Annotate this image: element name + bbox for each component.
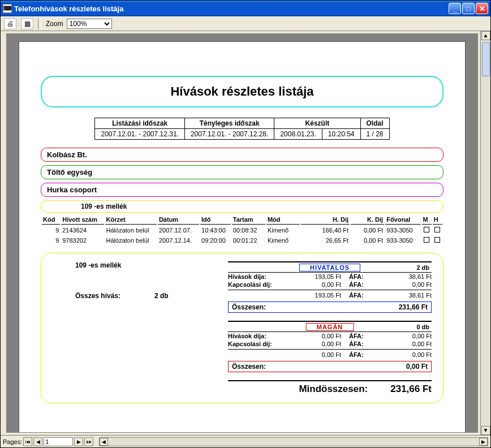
window: ⌨ Telefonhívások részletes listája _ □ ✕… bbox=[0, 0, 491, 448]
info-table: Listázási időszak Tényleges időszak Kész… bbox=[94, 118, 389, 140]
th-hdij: H. Díj bbox=[301, 215, 350, 225]
th-datum: Dátum bbox=[158, 215, 199, 225]
scroll-left-icon[interactable]: ◀ bbox=[100, 438, 108, 446]
mag-vat-label3: ÁFA: bbox=[341, 351, 369, 358]
section-magan: MAGÁN 0 db Hívások díja: 0,00 Ft ÁFA: 0,… bbox=[228, 321, 432, 372]
mag-total-value: 0,00 Ft bbox=[406, 363, 428, 371]
page-input[interactable] bbox=[44, 437, 73, 446]
th-h: H bbox=[433, 215, 442, 225]
th-m: M bbox=[422, 215, 432, 225]
count-magan: 0 db bbox=[416, 324, 432, 330]
val-created-date: 2008.01.23. bbox=[274, 129, 322, 140]
hiv-vat-label1: ÁFA: bbox=[341, 273, 369, 280]
check-h bbox=[434, 227, 440, 232]
vertical-scrollbar[interactable]: ▲ ▼ bbox=[480, 31, 490, 435]
hiv-sum-vat: 38,61 Ft bbox=[369, 292, 432, 299]
col-created: Készült bbox=[274, 118, 360, 129]
hiv-vat-label2: ÁFA: bbox=[341, 281, 369, 288]
grand-value: 231,66 Ft bbox=[390, 384, 432, 395]
th-korzet: Körzet bbox=[105, 215, 157, 225]
minimize-button[interactable]: _ bbox=[449, 3, 461, 14]
th-fovonal: Fővonal bbox=[385, 215, 420, 225]
print-icon[interactable]: 🖨 bbox=[4, 18, 16, 29]
mag-vat-label1: ÁFA: bbox=[341, 333, 369, 339]
toolbar-divider bbox=[38, 18, 41, 29]
call-table: Kód Hívott szám Körzet Dátum Idő Tartam … bbox=[41, 214, 443, 246]
mag-callfee-value: 0,00 Ft bbox=[290, 333, 341, 339]
mag-sum-vat: 0,00 Ft bbox=[369, 351, 432, 358]
mag-connfee-value: 0,00 Ft bbox=[290, 341, 341, 347]
window-title: Telefonhívások részletes listája bbox=[14, 5, 449, 13]
val-listing-period: 2007.12.01. - 2007.12.31. bbox=[95, 129, 184, 140]
scroll-thumb[interactable] bbox=[482, 42, 490, 76]
scroll-up-icon[interactable]: ▲ bbox=[481, 31, 490, 40]
page-canvas: Hívások részletes listája Listázási idős… bbox=[6, 33, 478, 433]
mag-total-label: Összesen: bbox=[232, 363, 406, 371]
hiv-total-value: 231,66 Ft bbox=[399, 303, 428, 311]
col-page: Oldal bbox=[360, 118, 389, 129]
th-mod: Mód bbox=[266, 215, 300, 225]
extension-box: 109 -es mellék bbox=[41, 200, 443, 213]
mag-connfee-vat: 0,00 Ft bbox=[369, 341, 432, 347]
maximize-button[interactable]: □ bbox=[462, 3, 475, 14]
hiv-connfee-vat: 0,00 Ft bbox=[369, 281, 432, 288]
hiv-callfee-value: 193,05 Ft bbox=[290, 273, 341, 280]
zoom-label: Zoom bbox=[46, 20, 63, 28]
report-page: Hívások részletes listája Listázási idős… bbox=[19, 42, 465, 433]
toolbar: 🖨 ▦ Zoom 100% bbox=[1, 16, 490, 31]
val-page: 1 / 28 bbox=[360, 129, 389, 140]
scroll-down-icon[interactable]: ▼ bbox=[481, 426, 490, 435]
horizontal-scrollbar[interactable]: ◀ ▶ bbox=[99, 437, 488, 446]
company-box: Kolbász Bt. bbox=[41, 148, 443, 162]
last-page-button[interactable]: ⏭ bbox=[84, 437, 93, 446]
close-button[interactable]: ✕ bbox=[476, 3, 488, 14]
th-ido: Idő bbox=[200, 215, 231, 225]
hiv-callfee-vat: 38,61 Ft bbox=[369, 273, 432, 280]
hiv-connfee-label: Kapcsolási díj: bbox=[228, 281, 290, 288]
check-h bbox=[434, 237, 440, 243]
report-title: Hívások részletes listája bbox=[41, 76, 443, 107]
zoom-select[interactable]: 100% bbox=[67, 19, 112, 29]
app-icon: ⌨ bbox=[3, 4, 12, 13]
viewer: Hívások részletes listája Listázási idős… bbox=[1, 31, 490, 435]
th-kod: Kód bbox=[42, 215, 60, 225]
summary-ext: 109 -es mellék bbox=[53, 261, 217, 269]
val-actual-period: 2007.12.01. - 2007.12.28. bbox=[184, 129, 274, 140]
tag-magan: MAGÁN bbox=[306, 323, 354, 331]
val-created-time: 10:20:54 bbox=[322, 129, 360, 140]
summary-box: 109 -es mellék Összes hívás: 2 db HIVATA… bbox=[41, 253, 443, 403]
hiv-total-label: Összesen: bbox=[232, 303, 399, 311]
next-page-button[interactable]: ▶ bbox=[74, 437, 83, 446]
grand-label: Mindösszesen: bbox=[228, 384, 390, 395]
section-hivatalos: HIVATALOS 2 db Hívások díja: 193,05 Ft Á… bbox=[228, 261, 432, 313]
titlebar[interactable]: ⌨ Telefonhívások részletes listája _ □ ✕ bbox=[1, 1, 490, 16]
check-m bbox=[424, 237, 429, 243]
th-hivott: Hívott szám bbox=[61, 215, 104, 225]
tag-hivatalos: HIVATALOS bbox=[299, 264, 360, 272]
mag-sum-value: 0,00 Ft bbox=[290, 351, 341, 358]
mag-callfee-label: Hívások díja: bbox=[228, 333, 290, 339]
unit-box: Töltő egység bbox=[41, 165, 443, 179]
mag-connfee-label: Kapcsolási díj: bbox=[228, 341, 290, 347]
table-row: 99783202Hálózaton belül2007.12.14.09:20:… bbox=[42, 236, 442, 245]
mag-vat-label2: ÁFA: bbox=[341, 341, 369, 347]
pages-label: Pages: bbox=[3, 438, 22, 445]
hiv-connfee-value: 0,00 Ft bbox=[290, 281, 341, 288]
hiv-vat-label3: ÁFA: bbox=[341, 292, 369, 299]
group-box: Hurka csoport bbox=[41, 183, 443, 197]
col-listing-period: Listázási időszak bbox=[95, 118, 184, 129]
export-icon[interactable]: ▦ bbox=[21, 18, 33, 29]
table-row: 92143624Hálózaton belül2007.12.07.10:43:… bbox=[42, 226, 442, 235]
check-m bbox=[424, 227, 429, 232]
hiv-callfee-label: Hívások díja: bbox=[228, 273, 290, 280]
first-page-button[interactable]: ⏮ bbox=[23, 437, 32, 446]
grand-total: Mindösszesen: 231,66 Ft bbox=[228, 380, 432, 395]
all-calls-label: Összes hívás: bbox=[75, 292, 154, 300]
prev-page-button[interactable]: ◀ bbox=[33, 437, 42, 446]
th-tartam: Tartam bbox=[232, 215, 265, 225]
count-hivatalos: 2 db bbox=[416, 264, 432, 271]
th-kdij: K. Díj bbox=[351, 215, 384, 225]
all-calls-value: 2 db bbox=[154, 292, 169, 300]
scroll-right-icon[interactable]: ▶ bbox=[479, 438, 488, 446]
hiv-sum-value: 193,05 Ft bbox=[290, 292, 341, 299]
